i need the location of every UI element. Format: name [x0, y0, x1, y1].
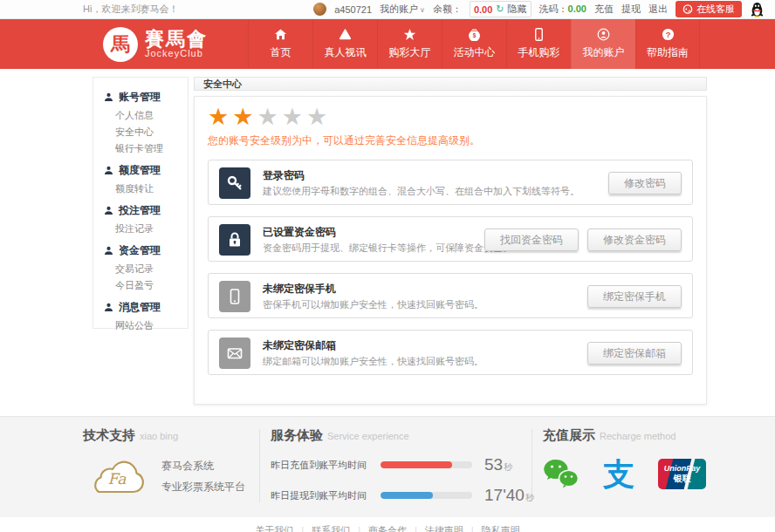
footer: 技术支持xiao bing Fa 赛马会系统 专业彩票系统平台 服务体验Serv… [0, 416, 775, 517]
refresh-icon[interactable]: ↻ [496, 3, 504, 15]
recharge-title: 充值展示 [543, 427, 595, 442]
play-triangle-icon [339, 28, 352, 41]
sidebar-section-messages[interactable]: 消息管理 [93, 297, 188, 317]
user-circle-icon [597, 28, 610, 41]
withdraw-link[interactable]: 提现 [621, 3, 641, 16]
security-panel: ★★★★★ 您的账号安全级别为中，可以通过完善安全信息提高级别。 登录密码 建议… [194, 96, 707, 405]
nav-item-live-video[interactable]: 真人视讯 [312, 19, 377, 69]
welcome-text: Hi，欢迎来到赛马会！ [83, 3, 178, 16]
online-service-button[interactable]: 在线客服 [676, 1, 742, 17]
sidebar-section-funds[interactable]: 资金管理 [93, 241, 188, 261]
avatar[interactable] [313, 3, 326, 16]
star-icon [403, 28, 416, 41]
sidebar-item-personal-info[interactable]: 个人信息 [93, 107, 188, 124]
security-stars: ★★★★★ [208, 104, 693, 130]
alipay-icon: 支 [603, 457, 634, 490]
wechat-pay-icon [543, 458, 580, 489]
smartphone-icon [532, 28, 545, 41]
progress-track [381, 492, 472, 499]
nav-menu: 首页 真人视讯 购彩大厅 $ 活动中心 手机购彩 我的账户 ? 帮助指南 [248, 19, 700, 69]
mail-icon [219, 338, 250, 369]
recover-fund-password-button[interactable]: 找回资金密码 [484, 228, 579, 251]
card-desc: 绑定邮箱可以增加账户安全性，快速找回账号密码。 [263, 355, 484, 368]
tech-line1: 赛马会系统 [161, 455, 245, 476]
card-desc: 密保手机可以增加账户安全性，快速找回账号密码。 [263, 298, 484, 311]
username: a450721 [334, 4, 372, 15]
question-circle-icon: ? [662, 28, 675, 41]
sidebar-item-security-center[interactable]: 安全中心 [93, 124, 188, 140]
bind-phone-button[interactable]: 绑定密保手机 [587, 285, 682, 308]
nav-item-home[interactable]: 首页 [248, 19, 312, 69]
security-message: 您的账号安全级别为中，可以通过完善安全信息提高级别。 [208, 133, 693, 148]
qq-icon[interactable] [750, 2, 765, 17]
balance-box: 0.00 ↻ 隐藏 [470, 1, 532, 17]
footer-divider [259, 429, 260, 502]
sidebar-section-betting[interactable]: 投注管理 [93, 201, 188, 221]
cloud-logo-icon: Fa [83, 454, 151, 498]
bind-email-button[interactable]: 绑定密保邮箱 [587, 342, 682, 365]
nav-item-help-guide[interactable]: ? 帮助指南 [635, 19, 700, 69]
sidebar-section-quota[interactable]: 额度管理 [93, 160, 188, 181]
nav-item-lottery-hall[interactable]: 购彩大厅 [377, 19, 442, 69]
service-row-recharge: 昨日充值到账平均时间 53秒 [271, 455, 534, 474]
star-icon: ★ [306, 104, 331, 130]
brand-emblem-icon: 馬 [103, 27, 138, 62]
washcode-value: 0.00 [568, 3, 586, 14]
home-icon [274, 28, 287, 41]
star-icon: ★ [208, 104, 232, 130]
link-legal-statement[interactable]: 法律声明 [425, 525, 482, 532]
withdraw-time-unit: 秒 [525, 493, 534, 502]
card-desc: 建议您使用字母和数字的组合、混合大小写、在组合中加入下划线等符号。 [263, 185, 580, 198]
sidebar-item-today-profit[interactable]: 今日盈亏 [93, 277, 188, 294]
card-title: 已设置资金密码 [263, 225, 336, 240]
nav-item-my-account[interactable]: 我的账户 [571, 19, 635, 69]
person-icon [104, 246, 113, 256]
page-title: 安全中心 [194, 77, 707, 91]
nav-item-activity-center[interactable]: $ 活动中心 [442, 19, 506, 69]
cloud-logo-text: Fa [108, 470, 127, 488]
link-about-us[interactable]: 关于我们 [255, 525, 312, 532]
security-card-email: 未绑定密保邮箱 绑定邮箱可以增加账户安全性，快速找回账号密码。 绑定密保邮箱 [208, 330, 693, 375]
security-card-phone: 未绑定密保手机 密保手机可以增加账户安全性，快速找回账号密码。 绑定密保手机 [208, 273, 693, 318]
sidebar-item-site-announcements[interactable]: 网站公告 [93, 317, 188, 334]
chevron-down-icon: ∨ [420, 6, 425, 14]
washcode: 洗码：0.00 [539, 3, 586, 16]
change-password-button[interactable]: 修改密码 [608, 172, 682, 194]
star-icon: ★ [282, 104, 306, 130]
logout-link[interactable]: 退出 [648, 3, 668, 16]
card-title: 未绑定密保手机 [263, 282, 336, 297]
service-row-withdraw: 昨日提现到账平均时间 17'40秒 [271, 486, 534, 505]
balance-value: 0.00 [474, 4, 492, 15]
sidebar-item-bank-card[interactable]: 银行卡管理 [93, 140, 188, 157]
person-icon [104, 92, 113, 102]
bottom-links: 关于我们联系我们商务合作法律声明隐私声明 [0, 517, 775, 532]
tech-line2: 专业彩票系统平台 [161, 476, 245, 497]
content-area: 账号管理 个人信息 安全中心 银行卡管理 额度管理 额度转让 投注管理 投注记录… [0, 69, 775, 416]
tech-support-subtitle: xiao bing [140, 431, 178, 441]
recharge-link[interactable]: 充值 [594, 3, 614, 16]
sidebar-item-quota-transfer[interactable]: 额度转让 [93, 181, 188, 197]
my-account-menu[interactable]: 我的账户∨ [380, 3, 425, 16]
hide-balance-button[interactable]: 隐藏 [508, 3, 527, 16]
person-icon [104, 166, 113, 175]
link-contact-us[interactable]: 联系我们 [312, 525, 368, 532]
service-subtitle: Service experience [327, 431, 409, 441]
progress-fill-recharge [381, 461, 452, 468]
nav-item-mobile-lottery[interactable]: 手机购彩 [506, 19, 571, 69]
link-privacy-statement[interactable]: 隐私声明 [482, 525, 520, 532]
card-title: 未绑定密保邮箱 [263, 338, 336, 353]
brand-logo[interactable]: 馬 賽馬會 JockeyClub [103, 19, 208, 69]
person-icon [104, 303, 113, 312]
sidebar-item-transaction-records[interactable]: 交易记录 [93, 261, 188, 277]
sidebar-section-account[interactable]: 账号管理 [93, 87, 188, 107]
key-icon [219, 167, 250, 199]
change-fund-password-button[interactable]: 修改资金密码 [587, 228, 682, 251]
svg-text:?: ? [665, 31, 670, 39]
sidebar-item-bet-records[interactable]: 投注记录 [93, 221, 188, 237]
unionpay-icon: UnionPay 银联 [658, 459, 706, 489]
balance-label: 余额： [433, 3, 462, 16]
recharge-time-unit: 秒 [504, 462, 512, 472]
link-business-cooperation[interactable]: 商务合作 [368, 525, 425, 532]
top-bar: Hi，欢迎来到赛马会！ a450721 我的账户∨ 余额： 0.00 ↻ 隐藏 … [0, 0, 775, 19]
person-icon [104, 206, 113, 215]
